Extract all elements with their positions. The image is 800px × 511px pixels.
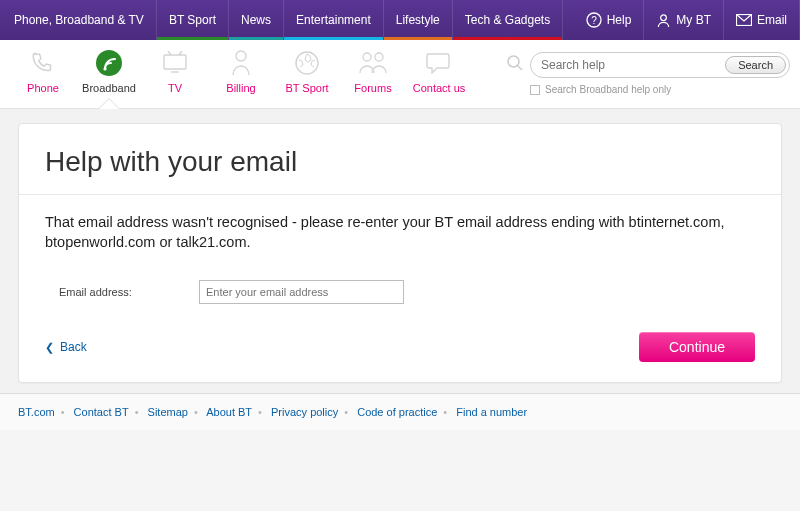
search-input[interactable] — [541, 58, 725, 72]
search-box: Search — [530, 52, 790, 78]
email-field-row: Email address: — [59, 280, 755, 304]
nav-mybt[interactable]: My BT — [644, 0, 724, 40]
nav-news[interactable]: News — [229, 0, 284, 40]
top-nav: Phone, Broadband & TV BT Sport News Ente… — [0, 0, 800, 40]
nav-tech-gadgets[interactable]: Tech & Gadgets — [453, 0, 563, 40]
footer-link[interactable]: Sitemap — [148, 406, 188, 418]
svg-point-5 — [103, 67, 106, 70]
divider — [19, 194, 781, 195]
secnav-phone[interactable]: Phone — [14, 48, 72, 108]
nav-phone-broadband-tv[interactable]: Phone, Broadband & TV — [0, 0, 157, 40]
secnav-btsport[interactable]: BT Sport — [278, 48, 336, 108]
svg-text:?: ? — [591, 15, 597, 26]
svg-point-14 — [508, 56, 519, 67]
nav-help[interactable]: ? Help — [574, 0, 645, 40]
svg-line-15 — [518, 66, 522, 70]
footer-link[interactable]: Code of practice — [357, 406, 437, 418]
help-icon: ? — [586, 12, 602, 28]
nav-entertainment[interactable]: Entertainment — [284, 0, 384, 40]
svg-point-10 — [236, 51, 246, 61]
back-link[interactable]: ❮ Back — [45, 340, 87, 354]
secnav-billing[interactable]: Billing — [212, 48, 270, 108]
phone-icon — [14, 48, 72, 78]
svg-point-12 — [363, 53, 371, 61]
email-icon — [736, 14, 752, 26]
footer-link[interactable]: Find a number — [456, 406, 527, 418]
search-icon — [506, 54, 524, 76]
page-title: Help with your email — [45, 146, 755, 178]
footer-link[interactable]: Privacy policy — [271, 406, 338, 418]
person-icon — [656, 13, 671, 28]
continue-button[interactable]: Continue — [639, 332, 755, 362]
nav-lifestyle[interactable]: Lifestyle — [384, 0, 453, 40]
secondary-nav: Phone Broadband TV Billing BT Sport Foru… — [0, 40, 800, 109]
secnav-label: TV — [146, 82, 204, 94]
broadband-icon — [80, 48, 138, 78]
secnav-label: Broadband — [80, 82, 138, 94]
footer: BT.com• Contact BT• Sitemap• About BT• P… — [0, 393, 800, 430]
email-input[interactable] — [199, 280, 404, 304]
secnav-label: Billing — [212, 82, 270, 94]
footer-link[interactable]: Contact BT — [74, 406, 129, 418]
error-message: That email address wasn't recognised - p… — [45, 213, 755, 252]
forums-icon — [344, 48, 402, 78]
secnav-forums[interactable]: Forums — [344, 48, 402, 108]
secnav-label: BT Sport — [278, 82, 336, 94]
secnav-contact[interactable]: Contact us — [410, 48, 468, 108]
svg-point-2 — [661, 14, 667, 20]
tv-icon — [146, 48, 204, 78]
billing-icon — [212, 48, 270, 78]
contact-icon — [410, 48, 468, 78]
nav-bt-sport[interactable]: BT Sport — [157, 0, 229, 40]
checkbox-icon[interactable] — [530, 85, 540, 95]
svg-rect-6 — [164, 55, 186, 69]
secnav-tv[interactable]: TV — [146, 48, 204, 108]
svg-point-11 — [296, 52, 318, 74]
btsport-icon — [278, 48, 336, 78]
svg-point-13 — [375, 53, 383, 61]
secnav-broadband[interactable]: Broadband — [80, 48, 138, 108]
page-body: Help with your email That email address … — [0, 109, 800, 393]
secnav-label: Contact us — [410, 82, 468, 94]
footer-link[interactable]: BT.com — [18, 406, 55, 418]
chevron-left-icon: ❮ — [45, 341, 54, 354]
footer-link[interactable]: About BT — [206, 406, 252, 418]
secnav-label: Forums — [344, 82, 402, 94]
nav-email[interactable]: Email — [724, 0, 800, 40]
help-card: Help with your email That email address … — [18, 123, 782, 383]
email-label: Email address: — [59, 286, 199, 298]
secnav-label: Phone — [14, 82, 72, 94]
search-broadband-only[interactable]: Search Broadband help only — [530, 84, 790, 95]
search-button[interactable]: Search — [725, 56, 786, 74]
search-area: Search Search Broadband help only — [506, 48, 790, 101]
